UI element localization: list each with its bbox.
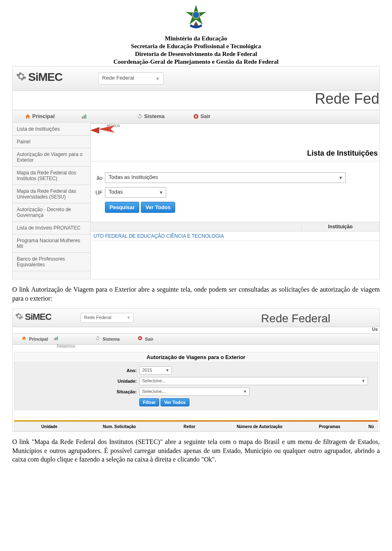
svg-rect-3 xyxy=(82,117,83,119)
side-lista-instituicoes[interactable]: Lista de Instituições xyxy=(13,123,90,136)
gear-icon xyxy=(16,71,27,85)
home-icon xyxy=(22,336,27,341)
section-title: Lista de Instituições xyxy=(90,137,379,161)
nav-relatorios-label: Relatórios xyxy=(57,344,75,348)
th-numero-autorizacao: Número de Autorização xyxy=(225,424,295,429)
nav-relatorios-icon[interactable] xyxy=(81,113,89,119)
field-label-instituicao: ão xyxy=(90,175,105,181)
close-icon xyxy=(193,114,199,119)
th-instituicao: Instituição xyxy=(301,222,379,232)
home-icon xyxy=(25,114,31,119)
header-line: Diretoria de Desenvolvimento da Rede Fed… xyxy=(12,51,380,58)
th-programas: Programas xyxy=(294,424,365,429)
caret-down-icon: ▼ xyxy=(159,190,163,195)
svg-rect-10 xyxy=(56,337,56,340)
side-programa-mulheres-mil[interactable]: Programa Nacional Mulheres Mil xyxy=(13,234,90,253)
main-content: Lista de Instituições ão Todas as Instit… xyxy=(90,137,379,279)
module-dropdown[interactable]: Rede Federal▼ xyxy=(80,313,134,323)
brazil-crest-icon xyxy=(182,4,210,33)
refresh-icon xyxy=(95,336,101,341)
button-ver-todos[interactable]: Ver Todos xyxy=(141,202,175,213)
select-unidade[interactable]: Selecione...▼ xyxy=(139,377,368,385)
field-label-ano: Ano: xyxy=(18,368,139,373)
page-big-title: Rede Fed xyxy=(315,90,379,107)
field-label-situacao: Situação: xyxy=(18,389,139,394)
paragraph: O link Autorização de Viagem para o Exte… xyxy=(12,285,380,303)
navbar: Principal Sistema Sair xyxy=(13,110,379,124)
results-table: Instituição UTO FEDERAL DE EDUCAÇÃO CIÊN… xyxy=(90,222,379,241)
caret-down-icon: ▼ xyxy=(155,76,160,82)
caret-down-icon: ▼ xyxy=(243,389,247,394)
nav-sair[interactable]: Sair xyxy=(193,113,211,119)
simec-logo: SiMEC xyxy=(16,71,62,85)
th-unidade: Unidade xyxy=(14,424,85,429)
th-cut: Nú xyxy=(365,424,378,429)
caret-down-icon: ▼ xyxy=(361,379,365,383)
th-num-solicitacao: Num. Solicitação xyxy=(85,424,155,429)
caret-down-icon: ▼ xyxy=(127,315,131,320)
header-line: Secretaria de Educação Profissional e Te… xyxy=(12,43,380,50)
svg-rect-9 xyxy=(54,339,55,340)
table-row-instituicao[interactable]: UTO FEDERAL DE EDUCAÇÃO CIÊNCIA E TECNOL… xyxy=(90,232,301,241)
nav-sistema[interactable]: Sistema xyxy=(95,336,120,341)
module-dropdown[interactable]: Rede Federal▼ xyxy=(98,72,164,85)
select-ano[interactable]: 2015▼ xyxy=(139,366,172,375)
chart-icon xyxy=(53,336,59,341)
topbar: SiMEC Rede Federal▼ xyxy=(13,67,379,91)
screenshot-autorizacao-viagens: SiMEC Rede Federal▼ Rede Federal Us Prin… xyxy=(12,308,380,432)
navbar: Principal Sistema Sair xyxy=(13,333,379,345)
chart-icon xyxy=(81,114,87,119)
svg-rect-11 xyxy=(57,337,58,340)
nav-sistema[interactable]: Sistema xyxy=(137,113,165,119)
side-mapa-sesu[interactable]: Mapa da Rede Federal das Universidades (… xyxy=(13,185,90,203)
side-autorizacao-viagem[interactable]: Autorização de Viagem para o Exterior xyxy=(13,148,90,167)
svg-rect-4 xyxy=(84,116,85,119)
button-filtrar[interactable]: Filtrar xyxy=(139,398,159,406)
gear-icon xyxy=(15,312,23,323)
select-instituicao[interactable]: Todas as Instituições▼ xyxy=(105,172,346,183)
submenu-label-relatorios: atórios xyxy=(90,123,379,131)
field-label-uf: UF xyxy=(90,190,105,196)
nav-sair[interactable]: Sair xyxy=(138,336,154,341)
field-label-unidade: Unidade: xyxy=(18,379,139,384)
svg-point-1 xyxy=(193,11,200,18)
button-pesquisar[interactable]: Pesquisar xyxy=(105,202,139,213)
user-link[interactable]: Us xyxy=(372,327,378,332)
screenshot-lista-instituicoes: SiMEC Rede Federal▼ Rede Fed Principal S… xyxy=(12,66,380,279)
relatorios-submenu: Lista de Instituições Painel Autorização… xyxy=(13,123,91,279)
simec-logo: SiMEC xyxy=(15,312,51,323)
paragraph: O link "Mapa da Rede Federal dos Institu… xyxy=(12,437,380,464)
select-situacao[interactable]: Selecione...▼ xyxy=(139,388,249,396)
button-ver-todos[interactable]: Ver Todos xyxy=(160,398,189,406)
header-line: Ministério da Educação xyxy=(12,35,380,42)
page-big-title: Rede Federal xyxy=(261,312,330,325)
side-painel[interactable]: Painel xyxy=(13,136,90,148)
svg-marker-2 xyxy=(193,21,199,27)
side-autorizacao-decreto[interactable]: Autorização - Decreto de Governança xyxy=(13,203,90,222)
filter-panel: Autorização de Viagens para o Exterior A… xyxy=(14,352,378,410)
select-uf[interactable]: Todas▼ xyxy=(105,187,166,198)
topbar: SiMEC Rede Federal▼ Rede Federal xyxy=(13,309,379,327)
caret-down-icon: ▼ xyxy=(165,368,169,373)
panel-title: Autorização de Viagens para o Exterior xyxy=(14,352,378,362)
svg-rect-5 xyxy=(85,114,86,118)
caret-down-icon: ▼ xyxy=(339,175,343,180)
nav-relatorios-icon[interactable] xyxy=(53,336,61,341)
side-banco-professores[interactable]: Banco de Professores Equivalentes xyxy=(13,253,90,271)
svg-marker-7 xyxy=(98,125,115,133)
results-table-header: Unidade Num. Solicitação Reitor Número d… xyxy=(14,422,378,431)
side-mapa-setec[interactable]: Mapa da Rede Federal dos Institutos (SET… xyxy=(13,167,90,185)
th-reitor: Reitor xyxy=(154,424,225,429)
close-icon xyxy=(138,336,143,341)
refresh-icon xyxy=(137,114,143,119)
nav-principal[interactable]: Principal xyxy=(22,336,48,341)
annotation-arrow-icon xyxy=(90,125,115,137)
header-line: Coordenação-Geral de Planejamento e Gest… xyxy=(12,58,380,65)
side-lista-imoveis-pronatec[interactable]: Lista de Imóveis PRONATEC xyxy=(13,222,90,234)
nav-principal[interactable]: Principal xyxy=(25,113,55,119)
document-header: Ministério da Educação Secretaria de Edu… xyxy=(12,4,380,65)
svg-marker-8 xyxy=(90,127,99,134)
